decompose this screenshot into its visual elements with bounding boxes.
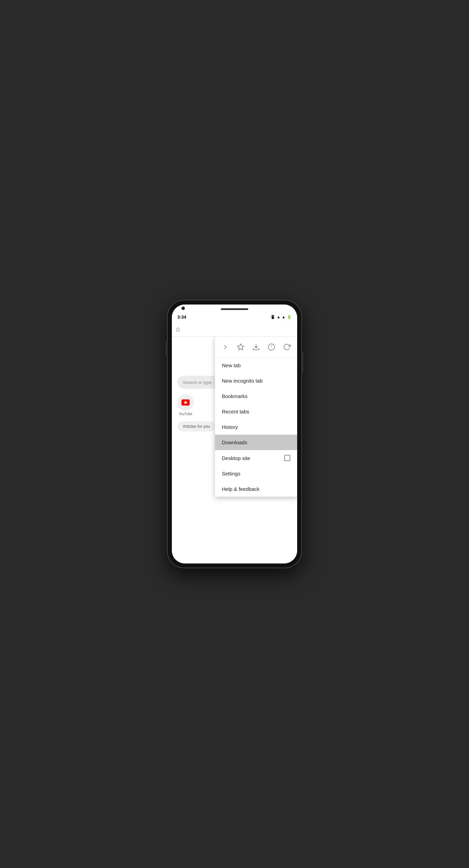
info-button[interactable] xyxy=(265,341,278,353)
status-icons: 📳 ▲ ▲ 🔋 xyxy=(270,315,292,319)
youtube-icon xyxy=(181,399,190,406)
phone-screen: 3:34 📳 ▲ ▲ 🔋 ⌂ xyxy=(172,305,297,563)
forward-icon xyxy=(221,343,229,351)
battery-icon: 🔋 xyxy=(287,315,292,319)
phone-top-bar xyxy=(172,305,297,312)
menu-item-new-tab-label: New tab xyxy=(222,362,241,368)
wifi-icon: ▲ xyxy=(277,315,280,319)
menu-item-settings-label: Settings xyxy=(222,471,240,476)
menu-item-bookmarks-label: Bookmarks xyxy=(222,393,248,399)
youtube-label: YouTube xyxy=(179,412,192,416)
menu-item-help-feedback-label: Help & feedback xyxy=(222,486,259,492)
browser-screen: Search or type YouTube Arti xyxy=(172,337,297,563)
menu-item-history-label: History xyxy=(222,424,238,430)
speaker-bar xyxy=(221,308,248,310)
menu-item-settings[interactable]: Settings xyxy=(215,466,297,481)
youtube-icon-wrap xyxy=(177,394,194,411)
articles-label: Articles for you xyxy=(183,424,210,429)
status-time: 3:34 xyxy=(177,314,186,320)
browser-toolbar: ⌂ xyxy=(172,322,297,337)
info-icon xyxy=(268,343,275,351)
dropdown-menu: New tab New incognito tab Bookmarks Rece… xyxy=(215,337,297,497)
svg-marker-0 xyxy=(238,344,244,350)
forward-button[interactable] xyxy=(219,341,231,353)
articles-pill[interactable]: Articles for you xyxy=(177,421,215,432)
menu-top-icons xyxy=(215,337,297,358)
phone-device: 3:34 📳 ▲ ▲ 🔋 ⌂ xyxy=(168,300,301,568)
refresh-button[interactable] xyxy=(281,341,293,353)
shortcuts-row: YouTube xyxy=(177,394,194,416)
download-button[interactable] xyxy=(250,341,262,353)
menu-item-downloads-label: Downloads xyxy=(222,439,247,445)
menu-item-history[interactable]: History xyxy=(215,419,297,435)
menu-item-help-feedback[interactable]: Help & feedback xyxy=(215,481,297,497)
search-placeholder-text: Search or type xyxy=(183,380,212,385)
desktop-site-checkbox[interactable] xyxy=(284,455,290,461)
menu-item-bookmarks[interactable]: Bookmarks xyxy=(215,388,297,404)
status-bar: 3:34 📳 ▲ ▲ 🔋 xyxy=(172,312,297,322)
menu-item-downloads[interactable]: Downloads xyxy=(215,435,297,450)
signal-icon: ▲ xyxy=(282,315,286,319)
menu-item-recent-tabs[interactable]: Recent tabs xyxy=(215,404,297,419)
front-camera-icon xyxy=(181,307,185,310)
menu-item-new-incognito-tab-label: New incognito tab xyxy=(222,378,263,384)
home-icon[interactable]: ⌂ xyxy=(176,325,180,333)
star-icon xyxy=(237,343,244,351)
bookmark-button[interactable] xyxy=(234,341,247,353)
menu-item-new-incognito-tab[interactable]: New incognito tab xyxy=(215,373,297,388)
menu-item-desktop-site[interactable]: Desktop site xyxy=(215,450,297,466)
menu-item-recent-tabs-label: Recent tabs xyxy=(222,409,249,414)
shortcut-youtube[interactable]: YouTube xyxy=(177,394,194,416)
download-icon xyxy=(252,343,260,351)
youtube-play-triangle xyxy=(185,401,188,404)
vibrate-icon: 📳 xyxy=(270,315,275,319)
refresh-icon xyxy=(283,343,291,351)
menu-item-new-tab[interactable]: New tab xyxy=(215,358,297,373)
menu-item-desktop-site-label: Desktop site xyxy=(222,455,250,461)
